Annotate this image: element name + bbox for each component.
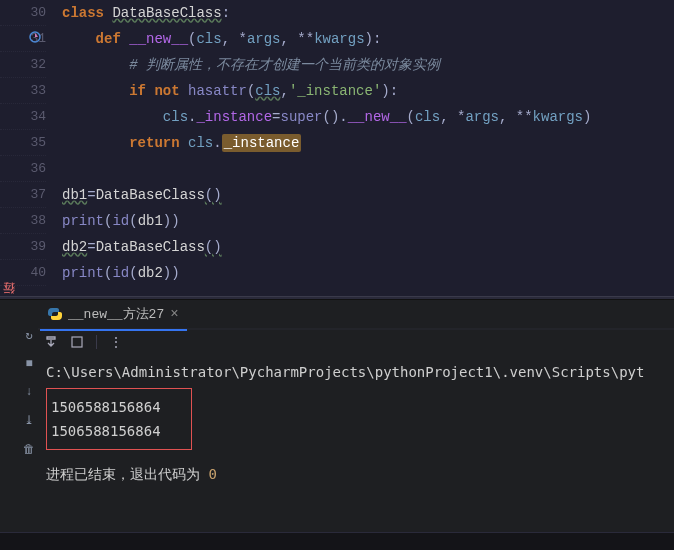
code-line-39: db2=DataBaseClass() <box>62 234 674 260</box>
run-side-toolbar: ↻ ■ ↓ ⤓ 🗑 <box>20 300 38 550</box>
code-line-36 <box>62 156 674 182</box>
close-icon[interactable]: × <box>170 306 178 322</box>
line-number: 32 <box>0 52 46 78</box>
line-number: 38 <box>0 208 46 234</box>
run-tab[interactable]: __new__方法27 × <box>38 299 189 329</box>
highlighted-output-box: 1506588156864 1506588156864 <box>46 388 192 450</box>
code-line-30: class DataBaseClass: <box>62 0 674 26</box>
svg-rect-1 <box>72 337 82 347</box>
stop-icon[interactable]: ■ <box>25 357 32 371</box>
down-icon[interactable]: ↓ <box>25 385 32 399</box>
code-line-37: db1=DataBaseClass() <box>62 182 674 208</box>
rerun-icon[interactable]: ↻ <box>25 328 32 343</box>
line-number: 37 <box>0 182 46 208</box>
output-line: 1506588156864 <box>51 395 161 419</box>
console-output[interactable]: C:\Users\Administrator\PycharmProjects\p… <box>38 354 674 550</box>
soft-wrap-icon[interactable] <box>70 335 84 349</box>
more-actions-icon[interactable]: ⋮ <box>109 334 125 351</box>
line-number: 36 <box>0 156 46 182</box>
run-tab-bar: __new__方法27 × <box>38 300 674 330</box>
line-number: 30 <box>0 0 46 26</box>
line-number: 35 <box>0 130 46 156</box>
code-line-38: print(id(db1)) <box>62 208 674 234</box>
line-number: 33 <box>0 78 46 104</box>
panel-main: __new__方法27 × ⋮ C:\Users\Administrator\P… <box>38 300 674 550</box>
code-line-31: def __new__(cls, *args, **kwargs): <box>62 26 674 52</box>
line-number: 40 <box>0 260 46 286</box>
output-line: 1506588156864 <box>51 419 161 443</box>
gutter: 30 31 32 33 34 35 36 37 38 39 40 <box>0 0 54 296</box>
process-exit-message: 进程已结束，退出代码为 0 <box>46 462 666 486</box>
override-gutter-icon[interactable] <box>28 30 42 44</box>
run-tab-text: __new__方法27 <box>68 305 164 323</box>
status-bar <box>0 532 674 550</box>
console-toolbar: ⋮ <box>38 330 674 354</box>
panel-left-rail: 运行 <box>0 300 20 550</box>
console-command-line: C:\Users\Administrator\PycharmProjects\p… <box>46 360 666 384</box>
line-number: 39 <box>0 234 46 260</box>
run-panel: 运行 ↻ ■ ↓ ⤓ 🗑 __new__方法27 × ⋮ <box>0 300 674 550</box>
code-line-35: return cls._instance <box>62 130 674 156</box>
export-icon[interactable]: ⤓ <box>24 413 34 428</box>
python-file-icon <box>48 307 62 321</box>
code-line-40: print(id(db2)) <box>62 260 674 286</box>
code-line-33: if not hasattr(cls,'_instance'): <box>62 78 674 104</box>
code-line-34: cls._instance=super().__new__(cls, *args… <box>62 104 674 130</box>
trash-icon[interactable]: 🗑 <box>23 442 35 457</box>
step-out-icon[interactable] <box>44 335 58 349</box>
editor-area: 30 31 32 33 34 35 36 37 38 39 40 class D… <box>0 0 674 296</box>
line-number: 34 <box>0 104 46 130</box>
code-editor[interactable]: class DataBaseClass: def __new__(cls, *a… <box>54 0 674 296</box>
toolbar-separator <box>96 335 97 349</box>
code-line-32: # 判断属性，不存在才创建一个当前类的对象实例 <box>62 52 674 78</box>
